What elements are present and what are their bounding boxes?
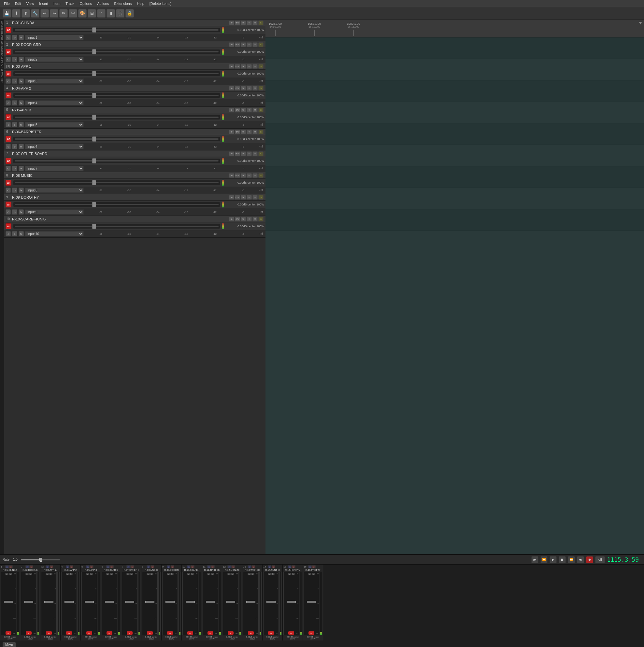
ch-fader-thumb-16[interactable] <box>307 601 316 603</box>
track-ar-btn-1[interactable]: ar <box>6 27 11 33</box>
track-phase-btn-9[interactable]: ○ <box>247 195 252 200</box>
ch-fader-track-6[interactable] <box>102 576 117 631</box>
track-input-select-7[interactable]: Input 7 <box>25 166 84 171</box>
track-phase-btn-1[interactable]: ○ <box>247 20 252 25</box>
track-io-btn-5[interactable]: io <box>229 108 234 112</box>
track-ar-btn-4[interactable]: ar <box>6 92 11 98</box>
track-fx2-btn-7[interactable]: fx <box>18 166 24 171</box>
track-in-btn-9[interactable]: ◁ <box>6 209 11 215</box>
track-fader-5[interactable] <box>13 115 220 120</box>
ch-fader-8[interactable]: -inf-6-18-30-42 io fx ar <box>142 572 158 635</box>
track-input-select-6[interactable]: Input 6 <box>25 144 84 149</box>
track-io-btn-10[interactable]: io <box>229 217 234 221</box>
track-fx-btn-10[interactable]: fx <box>241 217 246 221</box>
ch-s-btn-9[interactable]: s <box>171 565 174 568</box>
track-ar-btn-8[interactable]: ar <box>6 180 11 186</box>
toolbar-grid[interactable]: ⊞ <box>88 9 96 18</box>
transport-off[interactable]: off <box>595 556 605 563</box>
track-fader-8[interactable] <box>13 181 220 185</box>
ch-fader-6[interactable]: -inf-6-18-30-42 io fx ar <box>102 572 117 635</box>
ch-fader-track-16[interactable] <box>304 576 319 631</box>
track-mute-btn-10[interactable]: m <box>252 217 258 221</box>
track-out-btn-2[interactable]: ▷ <box>12 57 17 62</box>
menu-edit[interactable]: Edit <box>12 1 24 6</box>
toolbar-settings[interactable]: 🔧 <box>31 9 40 18</box>
menu-extensions[interactable]: Extensions <box>111 1 134 6</box>
track-solo-btn-9[interactable]: s <box>258 195 263 200</box>
track-in-btn-8[interactable]: ◁ <box>6 188 11 193</box>
track-fader-9[interactable] <box>13 202 220 207</box>
ch-m-btn-9[interactable]: m <box>167 565 170 568</box>
track-in-btn-1[interactable]: ◁ <box>6 35 11 40</box>
track-env-btn-9[interactable]: env <box>235 195 240 200</box>
ch-fader-track-11[interactable] <box>203 576 218 631</box>
ch-m-btn-11[interactable]: m <box>207 565 211 568</box>
track-solo-btn-1[interactable]: s <box>258 20 263 25</box>
menu-view[interactable]: View <box>24 1 37 6</box>
track-fader-thumb-7[interactable] <box>92 158 96 163</box>
ch-fader-track-13[interactable] <box>243 576 258 631</box>
ch-fader-13[interactable]: -inf-6-18-30-42 io fx ar <box>243 572 259 635</box>
track-io-btn-7[interactable]: io <box>229 151 234 156</box>
track-ar-btn-5[interactable]: ar <box>6 114 11 120</box>
ch-fader-7[interactable]: -inf-6-18-30-42 io fx ar <box>122 572 137 635</box>
menu-item[interactable]: Item <box>51 1 63 6</box>
track-phase-btn-6[interactable]: ○ <box>247 130 252 134</box>
track-fx-btn-4[interactable]: fx <box>241 86 246 90</box>
track-fx2-btn-1[interactable]: fx <box>18 35 24 40</box>
track-fader-thumb-9[interactable] <box>92 202 96 207</box>
ch-fader-thumb-1[interactable] <box>4 601 13 603</box>
track-phase-btn-7[interactable]: ○ <box>247 151 252 156</box>
track-fader-thumb-6[interactable] <box>92 136 96 142</box>
ch-fader-1[interactable]: -inf-6-18-30-42 io fx ar <box>1 572 16 635</box>
toolbar-open[interactable]: ⬇ <box>12 9 20 18</box>
toolbar-save[interactable]: ⬆ <box>21 9 30 18</box>
ch-fader-3[interactable]: -inf-6-18-30-42 io fx ar <box>41 572 57 635</box>
ch-m-btn-16[interactable]: m <box>308 565 312 568</box>
track-env-btn-6[interactable]: env <box>235 130 240 134</box>
ch-fader-track-9[interactable] <box>163 576 178 631</box>
ch-s-btn-4[interactable]: s <box>70 565 73 568</box>
ch-s-btn-13[interactable]: s <box>252 565 255 568</box>
track-ar-btn-6[interactable]: ar <box>6 136 11 142</box>
ch-fader-2[interactable]: -inf-6-18-30-42 io fx ar <box>21 572 37 635</box>
track-io-btn-4[interactable]: io <box>229 86 234 90</box>
ch-fader-11[interactable]: -inf-6-18-30-42 io fx ar <box>203 572 218 635</box>
track-out-btn-1[interactable]: ▷ <box>12 35 17 40</box>
track-input-select-4[interactable]: Input 4 <box>25 100 84 105</box>
track-fader-thumb-5[interactable] <box>92 115 96 120</box>
track-fx2-btn-3[interactable]: fx <box>18 78 24 84</box>
ch-fader-track-3[interactable] <box>41 576 56 631</box>
track-env-btn-10[interactable]: env <box>235 217 240 221</box>
track-out-btn-8[interactable]: ▷ <box>12 188 17 193</box>
track-ar-btn-3[interactable]: ar <box>6 71 11 76</box>
track-fader-3[interactable] <box>13 71 220 76</box>
ch-s-btn-7[interactable]: s <box>130 565 134 568</box>
toolbar-lock[interactable]: 🔒 <box>125 9 134 18</box>
track-io-btn-1[interactable]: io <box>229 20 234 25</box>
ch-fader-10[interactable]: -inf-6-18-30-42 io fx ar <box>182 572 198 635</box>
ch-m-btn-3[interactable]: m <box>46 565 49 568</box>
ch-fader-thumb-11[interactable] <box>206 601 215 603</box>
track-env-btn-5[interactable]: env <box>235 108 240 112</box>
ch-m-btn-2[interactable]: m <box>25 565 29 568</box>
track-input-select-8[interactable]: Input 8 <box>25 188 84 193</box>
track-fx-btn-1[interactable]: fx <box>241 20 246 25</box>
track-fx2-btn-5[interactable]: fx <box>18 122 24 127</box>
ch-fader-thumb-12[interactable] <box>226 601 235 603</box>
ch-fader-thumb-7[interactable] <box>125 601 134 603</box>
track-mute-btn-7[interactable]: m <box>252 151 258 156</box>
track-fader-thumb-3[interactable] <box>92 71 96 76</box>
ch-s-btn-15[interactable]: s <box>292 565 296 568</box>
ch-m-btn-1[interactable]: m <box>5 565 9 568</box>
track-fader-1[interactable] <box>13 28 220 32</box>
ch-fader-thumb-8[interactable] <box>145 601 154 603</box>
track-fx-btn-3[interactable]: fx <box>241 64 246 69</box>
track-fader-2[interactable] <box>13 50 220 54</box>
toolbar-pencil[interactable]: ✏ <box>59 9 68 18</box>
ch-m-btn-13[interactable]: m <box>248 565 251 568</box>
transport-back-to-start[interactable]: ⏮ <box>531 556 538 563</box>
ch-fader-thumb-4[interactable] <box>64 601 74 603</box>
ch-m-btn-15[interactable]: m <box>288 565 292 568</box>
track-out-btn-3[interactable]: ▷ <box>12 78 17 84</box>
